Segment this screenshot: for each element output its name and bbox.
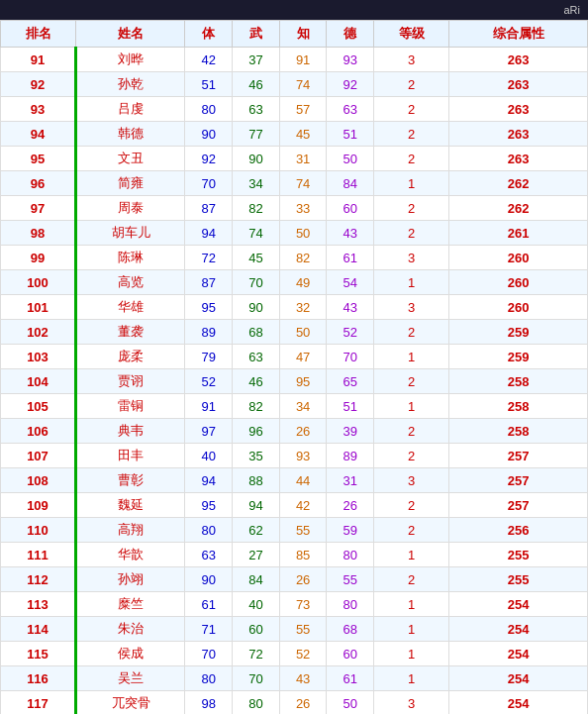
table-cell: 115 [1, 642, 76, 666]
table-cell: 3 [374, 48, 449, 72]
table-cell: 263 [449, 122, 588, 147]
table-cell: 2 [374, 147, 449, 171]
table-cell: 43 [327, 221, 374, 246]
table-cell: 93 [327, 48, 374, 72]
table-cell: 90 [185, 567, 233, 592]
table-cell: 孙翊 [76, 567, 185, 592]
table-cell: 79 [185, 345, 233, 369]
table-cell: 1 [374, 617, 449, 642]
header-bar: aRi [0, 0, 588, 20]
table-cell: 刘晔 [76, 48, 185, 72]
table-cell: 101 [1, 295, 76, 320]
table-cell: 1 [374, 543, 449, 567]
table-cell: 2 [374, 493, 449, 518]
col-total: 综合属性 [449, 21, 588, 48]
table-cell: 89 [327, 444, 374, 468]
table-row: 91刘晔423791933263 [1, 48, 588, 72]
table-cell: 80 [327, 543, 374, 567]
table-cell: 94 [185, 468, 233, 493]
table-cell: 兀突骨 [76, 691, 185, 715]
table-cell: 93 [279, 444, 327, 468]
table-cell: 258 [449, 419, 588, 444]
table-row: 93吕虔806357632263 [1, 97, 588, 122]
table-cell: 63 [185, 543, 233, 567]
table-cell: 文丑 [76, 147, 185, 171]
table-row: 105雷铜918234511258 [1, 394, 588, 419]
table-cell: 31 [327, 468, 374, 493]
table-cell: 55 [279, 617, 327, 642]
table-row: 117兀突骨988026503254 [1, 691, 588, 715]
table-cell: 朱治 [76, 617, 185, 642]
col-zhi: 知 [279, 21, 327, 48]
table-cell: 72 [185, 246, 233, 270]
table-cell: 114 [1, 617, 76, 642]
table-cell: 254 [449, 666, 588, 691]
table-row: 94韩德907745512263 [1, 122, 588, 147]
table-cell: 60 [327, 642, 374, 666]
table-cell: 34 [233, 171, 280, 196]
table-cell: 80 [233, 691, 280, 715]
table-cell: 45 [233, 246, 280, 270]
table-cell: 37 [233, 48, 280, 72]
table-cell: 92 [327, 72, 374, 97]
table-cell: 105 [1, 394, 76, 419]
table-cell: 91 [1, 48, 76, 72]
table-cell: 35 [233, 444, 280, 468]
table-cell: 262 [449, 196, 588, 221]
table-cell: 100 [1, 270, 76, 295]
table-cell: 254 [449, 617, 588, 642]
table-cell: 2 [374, 320, 449, 345]
table-row: 100高览877049541260 [1, 270, 588, 295]
table-cell: 1 [374, 171, 449, 196]
table-cell: 26 [279, 419, 327, 444]
table-cell: 82 [233, 196, 280, 221]
table-cell: 97 [1, 196, 76, 221]
table-cell: 254 [449, 691, 588, 715]
table-cell: 259 [449, 345, 588, 369]
table-cell: 52 [279, 642, 327, 666]
table-cell: 61 [185, 592, 233, 617]
table-cell: 47 [279, 345, 327, 369]
table-cell: 42 [279, 493, 327, 518]
table-cell: 109 [1, 493, 76, 518]
table-cell: 1 [374, 270, 449, 295]
table-cell: 2 [374, 369, 449, 394]
table-cell: 43 [327, 295, 374, 320]
table-cell: 51 [327, 122, 374, 147]
table-cell: 80 [185, 666, 233, 691]
table-cell: 68 [327, 617, 374, 642]
table-cell: 254 [449, 642, 588, 666]
col-level: 等级 [374, 21, 449, 48]
table-cell: 117 [1, 691, 76, 715]
table-cell: 陈琳 [76, 246, 185, 270]
table-cell: 2 [374, 221, 449, 246]
table-cell: 50 [327, 691, 374, 715]
table-cell: 259 [449, 320, 588, 345]
table-cell: 108 [1, 468, 76, 493]
table-cell: 周泰 [76, 196, 185, 221]
watermark-text: aRi [563, 4, 580, 16]
table-cell: 103 [1, 345, 76, 369]
table-cell: 51 [327, 394, 374, 419]
table-cell: 50 [279, 320, 327, 345]
table-cell: 74 [233, 221, 280, 246]
table-cell: 60 [233, 617, 280, 642]
table-cell: 1 [374, 394, 449, 419]
table-cell: 49 [279, 270, 327, 295]
table-cell: 华雄 [76, 295, 185, 320]
table-row: 98胡车儿947450432261 [1, 221, 588, 246]
table-cell: 52 [185, 369, 233, 394]
table-cell: 吴兰 [76, 666, 185, 691]
table-cell: 84 [233, 567, 280, 592]
table-cell: 42 [185, 48, 233, 72]
table-cell: 95 [185, 295, 233, 320]
table-cell: 典韦 [76, 419, 185, 444]
table-cell: 糜竺 [76, 592, 185, 617]
table-cell: 26 [279, 567, 327, 592]
table-cell: 1 [374, 592, 449, 617]
table-row: 103庞柔796347701259 [1, 345, 588, 369]
table-cell: 韩德 [76, 122, 185, 147]
table-cell: 262 [449, 171, 588, 196]
table-cell: 70 [233, 270, 280, 295]
table-cell: 98 [185, 691, 233, 715]
